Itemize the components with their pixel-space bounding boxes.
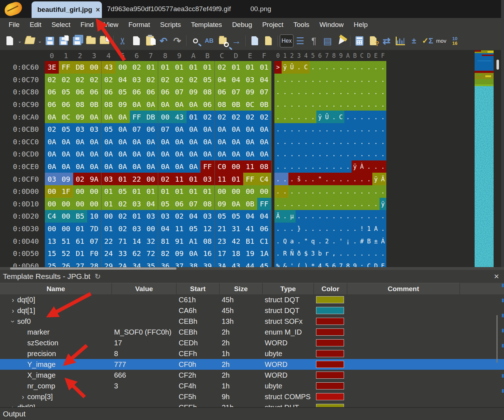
hex-byte[interactable]: 10 <box>87 210 101 223</box>
ascii-char[interactable]: . <box>288 123 296 136</box>
ascii-char[interactable]: 2 <box>324 235 331 247</box>
jump-to-icon[interactable]: → <box>230 34 243 48</box>
hex-horizontal-scrollbar-thumb[interactable] <box>10 267 176 270</box>
ascii-char[interactable]: . <box>380 247 387 260</box>
ascii-char[interactable]: ¡ <box>344 235 352 247</box>
hex-byte[interactable]: 09 <box>215 198 229 210</box>
ascii-char[interactable]: . <box>352 74 359 86</box>
hex-byte[interactable]: 08 <box>201 86 215 98</box>
hex-byte[interactable]: 0A <box>215 123 229 136</box>
ascii-char[interactable]: . <box>316 198 324 210</box>
hex-byte[interactable]: FF <box>59 61 73 74</box>
hex-byte[interactable]: 12 <box>201 223 215 235</box>
ascii-char[interactable]: . <box>288 98 296 111</box>
ascii-char[interactable]: . <box>274 223 282 235</box>
hex-byte[interactable]: 09 <box>243 86 257 98</box>
hex-byte[interactable]: 62 <box>130 247 144 260</box>
ascii-char[interactable]: . <box>310 98 317 111</box>
hex-byte[interactable]: 0A <box>130 136 144 148</box>
hex-byte[interactable]: 01 <box>130 185 144 198</box>
hex-byte[interactable]: 02 <box>45 123 59 136</box>
ascii-char[interactable]: . <box>310 86 317 98</box>
ascii-char[interactable]: . <box>330 235 338 247</box>
hex-byte[interactable]: 33 <box>116 247 129 260</box>
expander-icon[interactable]: › <box>19 393 27 401</box>
ascii-char[interactable]: . <box>330 148 338 160</box>
hex-byte[interactable]: 0A <box>187 136 201 148</box>
ascii-char[interactable]: . <box>310 160 317 173</box>
hex-byte[interactable]: 02 <box>73 173 87 185</box>
ascii-char[interactable]: . <box>302 98 310 111</box>
ascii-char[interactable]: ð <box>296 247 303 260</box>
ascii-char[interactable]: Á <box>380 235 387 247</box>
hex-byte[interactable]: 13 <box>45 235 59 247</box>
menu-edit[interactable]: Edit <box>25 21 47 29</box>
hex-byte[interactable]: 05 <box>201 74 215 86</box>
hex-byte[interactable]: 0A <box>187 160 201 173</box>
ascii-char[interactable]: . <box>358 185 366 198</box>
column-header-type[interactable]: Type <box>263 283 314 294</box>
hex-byte[interactable]: 0A <box>87 136 101 148</box>
ascii-char[interactable]: . <box>296 123 303 136</box>
ascii-char[interactable]: Ä <box>380 173 387 185</box>
column-header-comment[interactable]: Comment <box>347 283 460 294</box>
hex-byte[interactable]: 11 <box>215 173 229 185</box>
ascii-char[interactable]: . <box>282 74 289 86</box>
ascii-char[interactable]: . <box>330 160 338 173</box>
hex-byte[interactable]: 91 <box>172 235 186 247</box>
hex-byte[interactable]: 02 <box>158 173 172 185</box>
ascii-char[interactable]: 3 <box>310 247 317 260</box>
hex-byte[interactable]: 27 <box>73 260 87 267</box>
ascii-char[interactable]: . <box>330 136 338 148</box>
column-mode-icon[interactable]: ▤ <box>321 34 334 48</box>
hex-byte[interactable]: 03 <box>158 210 172 223</box>
ascii-char[interactable]: . <box>344 98 352 111</box>
ascii-char[interactable]: . <box>296 160 303 173</box>
ascii-char[interactable]: . <box>352 123 359 136</box>
template-row-Y_image[interactable]: Y_image777CF0h2hWORD <box>0 359 504 370</box>
ascii-char[interactable]: . <box>324 223 331 235</box>
ascii-char[interactable]: . <box>330 210 338 223</box>
hex-byte[interactable]: 01 <box>229 173 243 185</box>
ascii-char[interactable]: . <box>310 61 317 74</box>
ascii-char[interactable]: # <box>358 235 366 247</box>
ascii-char[interactable]: . <box>310 198 317 210</box>
ascii-char[interactable]: . <box>274 198 282 210</box>
hex-byte[interactable]: 0A <box>45 111 59 123</box>
ascii-char[interactable]: . <box>338 198 345 210</box>
hex-byte[interactable]: 0A <box>102 136 116 148</box>
hex-byte[interactable]: 0A <box>201 148 215 160</box>
hex-byte[interactable]: D1 <box>73 247 87 260</box>
ascii-char[interactable]: . <box>316 235 324 247</box>
ascii-char[interactable]: . <box>296 98 303 111</box>
paste-icon[interactable] <box>143 34 157 48</box>
hex-byte[interactable]: 22 <box>102 235 116 247</box>
ascii-char[interactable]: . <box>366 136 373 148</box>
hex-byte[interactable]: 06 <box>257 223 271 235</box>
hex-byte[interactable]: 06 <box>144 86 158 98</box>
ascii-char[interactable]: $ <box>302 247 310 260</box>
hex-byte[interactable]: 0A <box>116 136 129 148</box>
hex-byte[interactable]: 1A <box>257 247 271 260</box>
ascii-char[interactable]: E <box>380 260 387 267</box>
ascii-char[interactable]: . <box>380 185 387 198</box>
hex-byte[interactable]: 03 <box>45 173 59 185</box>
hex-byte[interactable]: 0A <box>158 98 172 111</box>
hex-byte[interactable]: 01 <box>144 61 158 74</box>
ascii-char[interactable]: Ñ <box>288 247 296 260</box>
hex-byte[interactable]: 34 <box>130 260 144 267</box>
save-as-button[interactable] <box>57 34 70 48</box>
ascii-char[interactable]: . <box>372 61 380 74</box>
ascii-char[interactable]: . <box>296 198 303 210</box>
word-wrap-icon[interactable]: ☰ <box>293 34 307 48</box>
ascii-char[interactable]: . <box>282 160 289 173</box>
hex-byte[interactable]: 09 <box>59 173 73 185</box>
ascii-char[interactable]: . <box>330 173 338 185</box>
ascii-char[interactable]: . <box>282 148 289 160</box>
hex-byte[interactable]: 00 <box>59 210 73 223</box>
hex-byte[interactable]: 0A <box>229 136 243 148</box>
column-header-start[interactable]: Start <box>176 283 220 294</box>
ascii-char[interactable]: . <box>296 61 303 74</box>
ascii-char[interactable]: . <box>372 160 380 173</box>
hex-byte[interactable]: 00 <box>158 111 172 123</box>
